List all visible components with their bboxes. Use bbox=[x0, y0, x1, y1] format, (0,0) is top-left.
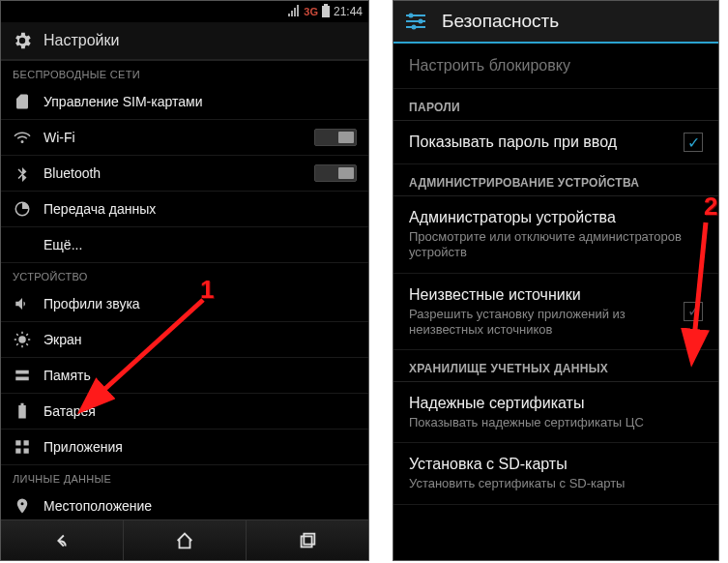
gear-icon bbox=[11, 29, 34, 52]
svg-rect-1 bbox=[324, 4, 328, 6]
sound-icon bbox=[13, 294, 32, 313]
item-subtitle: Разрешить установку приложений из неизве… bbox=[409, 307, 674, 339]
section-wireless: БЕСПРОВОДНЫЕ СЕТИ bbox=[1, 61, 368, 84]
item-wifi[interactable]: Wi-Fi bbox=[1, 120, 368, 156]
item-battery[interactable]: Батарея bbox=[1, 394, 368, 430]
item-sim-management[interactable]: Управление SIM-картами bbox=[1, 84, 368, 120]
bluetooth-icon bbox=[13, 163, 32, 183]
item-title: Надежные сертификаты bbox=[409, 394, 703, 413]
item-label: Настроить блокировку bbox=[409, 57, 570, 74]
data-icon bbox=[13, 199, 32, 219]
item-label: Управление SIM-картами bbox=[44, 94, 357, 109]
app-title: Настройки bbox=[44, 32, 119, 49]
item-display[interactable]: Экран bbox=[1, 322, 368, 358]
svg-rect-10 bbox=[15, 449, 20, 454]
android-nav-bar bbox=[1, 519, 368, 560]
section-credentials: ХРАНИЛИЩЕ УЧЕТНЫХ ДАННЫХ bbox=[393, 350, 718, 382]
wifi-icon bbox=[13, 128, 32, 147]
sim-icon bbox=[13, 92, 32, 111]
svg-rect-16 bbox=[304, 533, 314, 544]
item-bluetooth[interactable]: Bluetooth bbox=[1, 156, 368, 192]
nav-recent-button[interactable] bbox=[247, 520, 368, 560]
nav-back-button[interactable] bbox=[1, 520, 124, 560]
item-unknown-sources[interactable]: Неизвестные источники Разрешить установк… bbox=[393, 274, 718, 351]
item-show-password[interactable]: Показывать пароль при ввод ✓ bbox=[393, 121, 718, 164]
settings-list[interactable]: БЕСПРОВОДНЫЕ СЕТИ Управление SIM-картами… bbox=[1, 61, 368, 519]
svg-rect-0 bbox=[322, 6, 330, 17]
app-title: Безопасность bbox=[442, 11, 559, 32]
svg-point-21 bbox=[419, 19, 423, 24]
svg-point-22 bbox=[412, 25, 417, 30]
signal-icon bbox=[288, 5, 300, 19]
item-apps[interactable]: Приложения bbox=[1, 430, 368, 465]
item-label: Профили звука bbox=[44, 296, 357, 311]
unknown-sources-checkbox[interactable]: ✓ bbox=[684, 302, 703, 321]
app-bar: Безопасность bbox=[393, 1, 718, 44]
item-label: Местоположение bbox=[44, 498, 357, 514]
item-title: Администраторы устройства bbox=[409, 208, 703, 227]
section-device: УСТРОЙСТВО bbox=[1, 263, 368, 286]
item-location[interactable]: Местоположение bbox=[1, 489, 368, 519]
item-install-sd[interactable]: Установка с SD-карты Установить сертифик… bbox=[393, 443, 718, 504]
clock: 21:44 bbox=[334, 5, 363, 18]
svg-rect-6 bbox=[18, 405, 26, 419]
battery-icon bbox=[322, 4, 330, 20]
show-password-checkbox[interactable]: ✓ bbox=[684, 133, 703, 152]
nav-home-button[interactable] bbox=[124, 520, 247, 560]
item-sound[interactable]: Профили звука bbox=[1, 286, 368, 322]
battery-icon bbox=[13, 401, 32, 421]
svg-rect-15 bbox=[302, 536, 312, 547]
section-admin: АДМИНИСТРИРОВАНИЕ УСТРОЙСТВА bbox=[393, 164, 718, 196]
item-more[interactable]: Ещё... bbox=[1, 227, 368, 263]
item-subtitle: Установить сертификаты с SD-карты bbox=[409, 476, 703, 491]
item-subtitle: Показывать надежные сертификаты ЦС bbox=[409, 415, 703, 430]
item-label: Приложения bbox=[44, 439, 357, 455]
item-storage[interactable]: Память bbox=[1, 358, 368, 394]
item-label: Батарея bbox=[44, 403, 357, 419]
status-bar: 3G 21:44 bbox=[1, 1, 368, 22]
apps-icon bbox=[13, 437, 32, 457]
item-device-admins[interactable]: Администраторы устройства Просмотрите ил… bbox=[393, 196, 718, 274]
security-screen: Безопасность Настроить блокировку ПАРОЛИ… bbox=[393, 0, 719, 561]
network-type: 3G bbox=[304, 6, 318, 17]
item-label: Передача данных bbox=[44, 201, 357, 217]
item-title: Неизвестные источники bbox=[409, 285, 674, 305]
item-trusted-certs[interactable]: Надежные сертификаты Показывать надежные… bbox=[393, 382, 718, 443]
item-data-usage[interactable]: Передача данных bbox=[1, 192, 368, 227]
item-title: Установка с SD-карты bbox=[409, 455, 703, 474]
security-list[interactable]: Настроить блокировку ПАРОЛИ Показывать п… bbox=[393, 44, 718, 560]
item-subtitle: Просмотрите или отключите администраторо… bbox=[409, 229, 703, 261]
item-lock-settings[interactable]: Настроить блокировку bbox=[393, 44, 718, 89]
svg-rect-5 bbox=[15, 377, 29, 381]
svg-point-3 bbox=[18, 336, 26, 343]
item-label: Экран bbox=[44, 332, 357, 347]
svg-rect-4 bbox=[15, 370, 29, 374]
svg-rect-8 bbox=[15, 440, 20, 445]
svg-point-20 bbox=[409, 14, 414, 18]
svg-rect-11 bbox=[24, 449, 29, 454]
app-bar: Настройки bbox=[1, 22, 368, 61]
wifi-toggle[interactable] bbox=[314, 129, 357, 146]
blank-icon bbox=[13, 235, 32, 254]
bluetooth-toggle[interactable] bbox=[314, 164, 357, 182]
item-label: Память bbox=[44, 368, 357, 383]
item-label: Bluetooth bbox=[44, 165, 303, 181]
section-passwords: ПАРОЛИ bbox=[393, 89, 718, 121]
svg-rect-7 bbox=[21, 403, 24, 405]
item-label: Wi-Fi bbox=[44, 130, 303, 145]
item-label: Ещё... bbox=[44, 237, 357, 252]
settings-screen: 3G 21:44 Настройки БЕСПРОВОДНЫЕ СЕТИ Упр… bbox=[0, 0, 369, 561]
svg-rect-9 bbox=[24, 440, 29, 445]
location-icon bbox=[13, 496, 32, 516]
sliders-icon[interactable] bbox=[403, 9, 428, 34]
display-icon bbox=[13, 330, 32, 349]
item-title: Показывать пароль при ввод bbox=[409, 133, 674, 152]
section-personal: ЛИЧНЫЕ ДАННЫЕ bbox=[1, 465, 368, 489]
storage-icon bbox=[13, 366, 32, 385]
